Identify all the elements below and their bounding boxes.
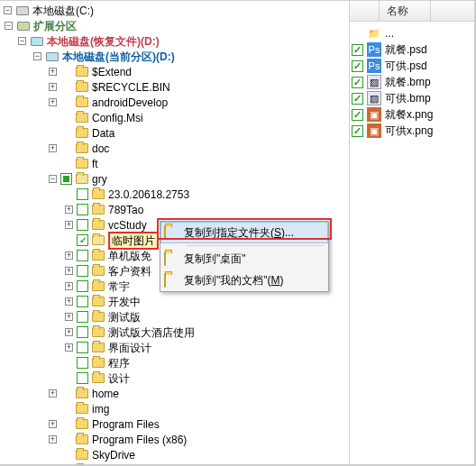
folder-icon [75, 96, 89, 110]
expander-icon[interactable] [49, 144, 57, 152]
folder-label[interactable]: 测试版 [108, 310, 141, 324]
folder-label[interactable]: 常宇 [108, 279, 130, 294]
expander-icon[interactable] [33, 52, 41, 60]
folder-label[interactable]: androidDevelop [92, 96, 168, 110]
menu-copy-to-folder[interactable]: 复制到指定文件夹(S)... [160, 222, 328, 243]
expander-icon[interactable] [65, 221, 73, 229]
folder-label[interactable]: 设计 [108, 371, 130, 386]
expander-icon[interactable] [65, 313, 73, 321]
checkbox[interactable] [352, 125, 363, 137]
expander-icon[interactable] [65, 328, 73, 336]
checkbox[interactable] [77, 234, 88, 246]
expander-icon[interactable] [49, 98, 57, 106]
list-item[interactable]: ▨可供.bmp [352, 90, 472, 106]
folder-icon [75, 80, 89, 95]
expander-icon[interactable] [49, 175, 57, 183]
folder-icon [91, 310, 105, 324]
folder-label[interactable]: vcStudy [108, 218, 147, 233]
expander-icon[interactable] [49, 389, 57, 397]
checkbox[interactable] [77, 204, 88, 215]
checkbox[interactable] [77, 342, 88, 353]
list-up-row[interactable]: 📁 ... [352, 25, 472, 41]
folder-icon [91, 295, 105, 309]
folder-label[interactable]: 23.0.20618.2753 [108, 187, 189, 202]
folder-label[interactable]: Program Files (x86) [92, 433, 187, 447]
checkbox[interactable] [77, 296, 88, 307]
folder-label[interactable]: 界面设计 [108, 341, 151, 355]
checkbox[interactable] [77, 188, 88, 200]
folder-label[interactable]: img [92, 402, 109, 416]
folder-label[interactable]: 789Tao [108, 203, 143, 217]
folder-label[interactable]: Program Files [92, 417, 160, 432]
checkbox[interactable] [77, 250, 88, 261]
folder-label[interactable]: Config.Msi [92, 111, 143, 125]
folder-label[interactable]: 客户资料 [108, 264, 151, 279]
context-menu: 复制到指定文件夹(S)... 复制到"桌面" 复制到"我的文档"(M) [160, 221, 329, 292]
folder-label[interactable]: doc [92, 142, 109, 156]
checkbox[interactable] [352, 77, 363, 88]
menu-copy-to-documents[interactable]: 复制到"我的文档"(M) [160, 270, 328, 291]
folder-label[interactable]: 开发中 [108, 295, 141, 309]
checkbox-partial[interactable] [60, 173, 72, 185]
checkbox[interactable] [352, 60, 363, 72]
folder-label[interactable]: ft [92, 157, 98, 171]
column-name[interactable]: 名称 [380, 1, 431, 21]
expander-icon[interactable] [18, 37, 26, 45]
disk-label[interactable]: 本地磁盘(C:) [32, 4, 94, 18]
folder-icon [91, 249, 105, 263]
expander-icon[interactable] [65, 206, 73, 214]
folder-open-icon [91, 233, 105, 248]
checkbox[interactable] [77, 265, 88, 277]
list-item[interactable]: Ps就餐.psd [352, 41, 472, 58]
folder-label[interactable]: SkyDrive [92, 448, 135, 462]
folder-label[interactable]: gry [92, 172, 107, 187]
expander-icon[interactable] [49, 435, 57, 443]
folder-label[interactable]: $Extend [92, 65, 132, 79]
folder-label[interactable]: 单机版免 [108, 249, 151, 263]
checkbox[interactable] [352, 93, 363, 105]
expander-icon[interactable] [65, 251, 73, 260]
checkbox[interactable] [77, 326, 88, 338]
checkbox[interactable] [77, 357, 88, 369]
list-item[interactable]: ▨就餐.bmp [352, 74, 472, 90]
ext-partition-label[interactable]: 扩展分区 [33, 19, 77, 33]
folder-icon [91, 356, 105, 370]
expander-icon[interactable] [49, 68, 57, 76]
checkbox[interactable] [77, 372, 88, 384]
folder-tree-pane: 本地磁盘(C:) 扩展分区 本地磁盘(恢复文件)(D:) 本地磁盘(当前分区)(… [0, 0, 350, 464]
checkbox[interactable] [77, 219, 88, 231]
folder-label[interactable]: 程序 [108, 356, 130, 370]
png-icon: ▣ [367, 123, 381, 138]
folder-label[interactable]: Data [92, 126, 114, 141]
checkbox[interactable] [352, 109, 363, 121]
folder-icon [91, 203, 105, 217]
expander-icon[interactable] [49, 83, 57, 91]
folder-label-selected[interactable]: 临时图片 [108, 232, 159, 250]
expander-icon[interactable] [4, 6, 12, 14]
checkbox[interactable] [77, 280, 88, 292]
expander-icon[interactable] [65, 267, 73, 275]
checkbox[interactable] [352, 44, 363, 56]
folder-icon [75, 111, 89, 125]
folder-label[interactable]: home [92, 387, 119, 401]
list-item[interactable]: Ps可供.psd [352, 58, 472, 74]
list-item[interactable]: ▣就餐x.png [352, 106, 472, 123]
folder-label[interactable]: $RECYCLE.BIN [92, 80, 170, 95]
current-disk-label[interactable]: 本地磁盘(当前分区)(D:) [62, 50, 175, 64]
folder-icon [164, 252, 178, 265]
file-list-pane: 名称 📁 ... Ps就餐.psd Ps可供.psd ▨就餐.bmp ▨可供.b… [350, 0, 474, 464]
expander-icon[interactable] [65, 297, 73, 306]
recovery-disk-label[interactable]: 本地磁盘(恢复文件)(D:) [47, 34, 160, 49]
checkbox[interactable] [77, 311, 88, 323]
list-item[interactable]: ▣可供x.png [352, 123, 472, 139]
expander-icon[interactable] [5, 22, 13, 30]
folder-icon [75, 65, 89, 79]
expander-icon[interactable] [49, 420, 57, 428]
folder-icon [75, 463, 89, 465]
folder-label[interactable]: 测试版大酒店使用 [108, 325, 195, 340]
folder-label[interactable]: System Volume Information [92, 463, 224, 465]
folder-icon [75, 417, 89, 432]
expander-icon[interactable] [65, 282, 73, 290]
expander-icon[interactable] [65, 343, 73, 352]
menu-copy-to-desktop[interactable]: 复制到"桌面" [160, 248, 328, 270]
